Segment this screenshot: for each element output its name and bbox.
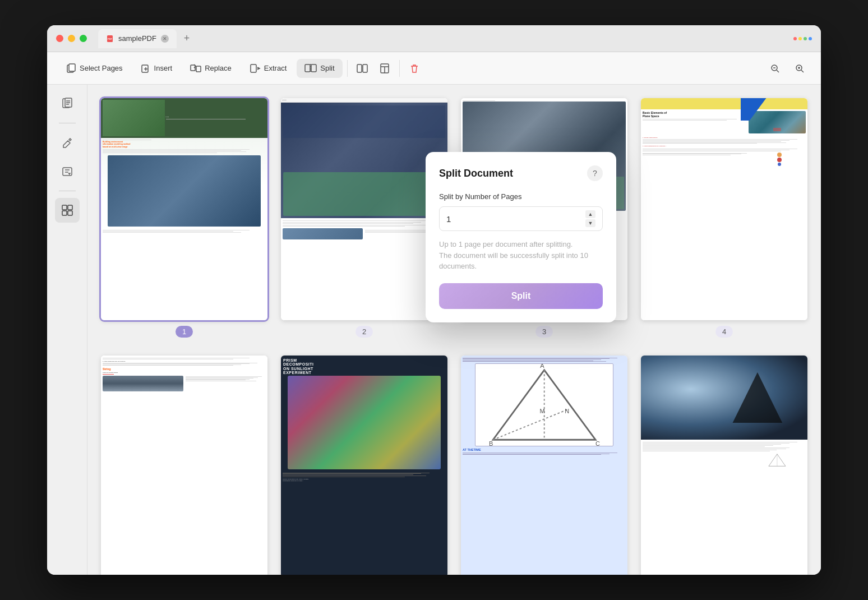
- extract-button[interactable]: Extract: [242, 59, 294, 78]
- pages-icon: [61, 98, 73, 110]
- split-button[interactable]: Split: [297, 59, 342, 78]
- extract-label: Extract: [264, 64, 287, 72]
- extract-icon: [250, 63, 261, 73]
- svg-rect-14: [357, 64, 362, 72]
- replace-label: Replace: [205, 64, 232, 72]
- dialog-header: Split Document ?: [439, 165, 603, 181]
- trash-icon: [409, 63, 419, 73]
- help-icon: ?: [593, 169, 597, 178]
- select-pages-icon: [66, 63, 76, 73]
- zoom-in-icon: [795, 63, 805, 73]
- replace-icon: [190, 63, 201, 73]
- page-item-7: A B C M N AT THETIME: [461, 356, 627, 575]
- dialog-number-input: 1 ▲ ▼: [439, 206, 603, 231]
- page-number-3: 3: [535, 326, 553, 338]
- new-tab-button[interactable]: +: [179, 31, 195, 47]
- stepper-up-button[interactable]: ▲: [585, 210, 595, 218]
- page-thumb-7[interactable]: A B C M N AT THETIME: [461, 356, 627, 575]
- sidebar-divider-1: [59, 123, 76, 123]
- view-toggle-button[interactable]: [352, 58, 372, 79]
- app-window: PDF samplePDF ✕ + Select Pages: [47, 25, 821, 575]
- split-dialog: Split Document ? Split by Number of Page…: [426, 152, 616, 322]
- page-thumb-6[interactable]: PRISMDECOMPOSITION SUNLIGHTEXPERIMENT Ne…: [281, 356, 447, 575]
- svg-text:C: C: [595, 440, 600, 446]
- replace-button[interactable]: Replace: [182, 59, 239, 78]
- page-item-1: 8 8 8 Building environmentinformation mo…: [101, 98, 267, 338]
- svg-line-21: [777, 70, 779, 72]
- thumbnails-icon: [61, 204, 73, 216]
- sidebar-item-edit[interactable]: [55, 130, 80, 155]
- number-stepper: ▲ ▼: [585, 210, 595, 227]
- traffic-lights: [56, 35, 87, 42]
- svg-rect-9: [251, 64, 256, 72]
- page-item-4: Basic Elements ofPlane Space 1. KNOW THE…: [641, 98, 807, 338]
- titlebar: PDF samplePDF ✕ +: [47, 25, 821, 52]
- svg-rect-37: [68, 211, 72, 215]
- brand-dot-1: [793, 37, 797, 40]
- tab-bar: PDF samplePDF ✕ +: [98, 29, 195, 48]
- zoom-out-icon: [770, 63, 780, 73]
- svg-rect-3: [69, 64, 75, 71]
- toolbar: Select Pages Insert Replace E: [47, 52, 821, 85]
- page-item-2: 2: [281, 98, 447, 338]
- close-button[interactable]: [56, 35, 63, 42]
- page-thumb-8[interactable]: [641, 356, 807, 575]
- svg-text:PDF: PDF: [108, 38, 113, 40]
- page-layout-button[interactable]: [375, 58, 395, 79]
- toolbar-right: [765, 58, 810, 79]
- svg-rect-35: [68, 205, 72, 210]
- brand-dot-3: [804, 37, 807, 40]
- dialog-title: Split Document: [439, 168, 513, 179]
- maximize-button[interactable]: [80, 35, 87, 42]
- brand-dot-4: [809, 37, 812, 40]
- svg-line-25: [801, 70, 804, 72]
- page-thumb-4[interactable]: Basic Elements ofPlane Space 1. KNOW THE…: [641, 98, 807, 320]
- zoom-out-button[interactable]: [765, 58, 785, 79]
- edit-icon: [61, 136, 73, 149]
- page-thumb-2[interactable]: [281, 98, 447, 320]
- page-number-1: 1: [176, 326, 193, 338]
- tab-samplePDF[interactable]: PDF samplePDF ✕: [98, 29, 177, 48]
- tab-label: samplePDF: [118, 34, 156, 43]
- dialog-description: Up to 1 page per document after splittin…: [439, 239, 603, 272]
- svg-text:M: M: [539, 408, 544, 414]
- dialog-split-button[interactable]: Split: [439, 283, 603, 309]
- pages-area[interactable]: 8 8 8 Building environmentinformation mo…: [87, 85, 821, 575]
- tab-close-button[interactable]: ✕: [161, 35, 169, 43]
- page-thumb-5[interactable]: 3. THE COMPOSITION OF POINTS String LINE…: [101, 356, 267, 575]
- dialog-help-button[interactable]: ?: [587, 165, 603, 181]
- stepper-down-button[interactable]: ▼: [585, 219, 595, 227]
- svg-text:A: A: [540, 364, 544, 369]
- sidebar: [47, 85, 87, 575]
- insert-button[interactable]: Insert: [133, 59, 181, 78]
- separator-2: [399, 60, 400, 77]
- svg-text:B: B: [489, 440, 493, 446]
- page-item-6: PRISMDECOMPOSITION SUNLIGHTEXPERIMENT Ne…: [281, 356, 447, 575]
- select-pages-button[interactable]: Select Pages: [58, 59, 131, 78]
- sidebar-item-annotate[interactable]: [55, 159, 80, 184]
- svg-rect-11: [305, 64, 310, 72]
- delete-button[interactable]: [404, 58, 424, 79]
- svg-rect-31: [63, 168, 72, 176]
- svg-text:N: N: [565, 408, 569, 414]
- svg-rect-12: [311, 64, 316, 72]
- insert-icon: [141, 63, 151, 73]
- bottom-triangle-svg: [749, 453, 806, 467]
- annotate-icon: [61, 165, 73, 178]
- dialog-desc-line2: The document will be successfully split …: [439, 251, 588, 271]
- page-item-5: 3. THE COMPOSITION OF POINTS String LINE…: [101, 356, 267, 575]
- svg-rect-8: [196, 66, 201, 72]
- select-pages-label: Select Pages: [80, 64, 123, 72]
- sidebar-item-pages[interactable]: [55, 91, 80, 116]
- minimize-button[interactable]: [68, 35, 75, 42]
- page-thumb-1[interactable]: 8 8 8 Building environmentinformation mo…: [101, 98, 267, 320]
- pdf-icon: PDF: [106, 35, 114, 43]
- split-number-value: 1: [446, 214, 585, 224]
- sidebar-item-thumbnails[interactable]: [55, 198, 80, 223]
- sidebar-divider-2: [59, 191, 76, 191]
- svg-rect-34: [62, 205, 67, 210]
- dialog-desc-line1: Up to 1 page per document after splittin…: [439, 240, 572, 248]
- zoom-in-button[interactable]: [789, 58, 810, 79]
- separator-1: [347, 60, 348, 77]
- page-item-8: 8: [641, 356, 807, 575]
